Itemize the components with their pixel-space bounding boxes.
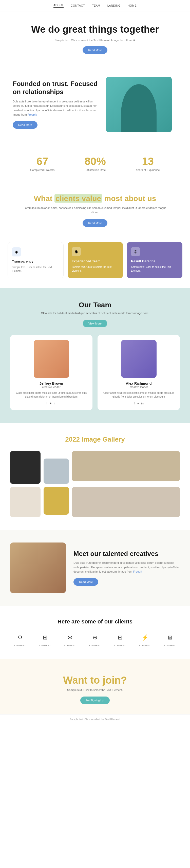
alex-instagram-icon[interactable]: in	[141, 402, 144, 405]
alex-name: Alex Richmond	[103, 381, 175, 385]
card-experienced: ◉ Experienced Team Sample text. Click to…	[67, 242, 123, 278]
gallery-grid	[10, 451, 180, 517]
logo-icon-1: Ω	[15, 632, 25, 643]
cards-row: ◈ Transparency Sample text. Click to sel…	[0, 237, 190, 288]
stat-num-completed: 67	[30, 155, 54, 167]
meet-creatives-heading: Meet our talented creatives	[74, 550, 180, 558]
founded-section: Founded on trust. Focused on relationshi…	[0, 64, 190, 145]
alex-social-icons: f ✦ in	[103, 402, 175, 405]
card-result-title: Result Garantie	[131, 259, 178, 263]
nav-team[interactable]: TEAM	[92, 4, 100, 7]
founded-image-block	[106, 76, 177, 132]
logo-item-4: ⊕ COMPANY	[89, 632, 101, 647]
gallery-item-2	[44, 459, 69, 484]
navigation: ABOUT CONTACT TEAM LANDING HOME	[0, 0, 190, 11]
alex-twitter-icon[interactable]: ✦	[137, 402, 139, 405]
card-transparency-body: Sample text. Click to select the Text El…	[12, 265, 59, 273]
footer-text: Sample text. Click to select the Text El…	[70, 718, 120, 721]
jeffrey-facebook-icon[interactable]: f	[46, 402, 47, 405]
logo-item-3: ⋈ COMPANY	[64, 632, 76, 647]
gallery-section: 2022 Image Gallery	[0, 423, 190, 530]
jeffrey-image	[34, 340, 69, 378]
meet-creatives-body: Duis aute irure dolor in reprehenderit i…	[74, 561, 180, 574]
meet-creatives-cta-button[interactable]: Read More	[74, 578, 98, 586]
team-card-jeffrey: Jeffrey Brown creative leader Glaer amet…	[10, 335, 92, 410]
logo-icon-3: ⋈	[65, 632, 75, 643]
card-transparency-title: Transparency	[12, 259, 59, 263]
card-result-body: Sample text. Click to select the Text El…	[131, 265, 178, 273]
gallery-item-4	[10, 487, 40, 517]
stat-satisfaction: 80% Satisfaction Rate	[85, 155, 106, 172]
stat-num-years: 13	[136, 155, 160, 167]
jeffrey-twitter-icon[interactable]: ✦	[49, 402, 52, 405]
nav-contact[interactable]: CONTACT	[71, 4, 85, 7]
jeffrey-instagram-icon[interactable]: in	[54, 402, 56, 405]
founded-cta-button[interactable]: Read More	[13, 121, 37, 129]
result-icon: ◎	[131, 247, 140, 256]
alex-role: creative leader	[103, 385, 175, 389]
meet-creatives-link[interactable]: Freepik	[133, 570, 142, 573]
founded-text-block: Founded on trust. Focused on relationshi…	[13, 80, 98, 129]
stat-num-satisfaction: 80%	[85, 155, 106, 167]
jeffrey-photo	[34, 340, 69, 378]
jeffrey-desc: Glaer amet nirsil libero molestie ante u…	[15, 391, 87, 399]
clients-logos-heading: Here are some of our clients	[10, 618, 180, 625]
logos-row: Ω COMPANY ⊞ COMPANY ⋈ COMPANY ⊕ COMPANY …	[10, 632, 180, 647]
team-cta-button[interactable]: View More	[83, 320, 107, 327]
clients-value-heading: What clients value most about us	[20, 194, 170, 203]
experienced-icon: ◉	[72, 247, 81, 256]
gallery-item-5	[44, 487, 69, 515]
founded-body: Duis aute irure dolor in reprehenderit i…	[13, 99, 98, 117]
hero-section: We do great things together Sample text.…	[0, 11, 190, 64]
meet-creatives-image	[10, 542, 66, 593]
team-cards-container: Jeffrey Brown creative leader Glaer amet…	[10, 335, 180, 410]
logo-item-1: Ω COMPANY	[15, 632, 26, 647]
logo-label-7: COMPANY	[164, 644, 175, 647]
clients-value-body: Lorem ipsum dolor sit amet, consectetur …	[20, 206, 170, 215]
gallery-item-1	[10, 451, 40, 484]
transparency-icon: ◈	[12, 247, 21, 256]
card-experienced-title: Experienced Team	[72, 259, 119, 263]
logo-icon-4: ⊕	[90, 632, 100, 643]
team-heading: Our Team	[10, 301, 180, 309]
logo-label-6: COMPANY	[139, 644, 151, 647]
alex-image	[121, 340, 157, 378]
logo-icon-2: ⊞	[40, 632, 50, 643]
gallery-heading: 2022 Image Gallery	[10, 436, 180, 443]
logo-icon-7: ⊠	[165, 632, 175, 643]
jeffrey-role: creative leader	[15, 385, 87, 389]
card-transparency: ◈ Transparency Sample text. Click to sel…	[8, 242, 63, 278]
nav-landing[interactable]: LANDING	[107, 4, 120, 7]
hero-subtext: Sample text. Click to select the Text El…	[20, 39, 170, 42]
join-subtext: Sample text. Click to select the Text El…	[20, 688, 170, 691]
alex-desc: Glaer amet nirsil libero molestie ante u…	[103, 391, 175, 399]
stat-years: 13 Years of Expirience	[136, 155, 160, 172]
logo-label-3: COMPANY	[64, 644, 76, 647]
logo-label-1: COMPANY	[15, 644, 26, 647]
gallery-item-6	[72, 487, 180, 517]
founded-image	[106, 76, 172, 132]
clients-logos-section: Here are some of our clients Ω COMPANY ⊞…	[0, 606, 190, 659]
stats-section: 67 Completed Projects 80% Satisfaction R…	[0, 145, 190, 182]
clients-value-cta-button[interactable]: Read More	[83, 219, 107, 227]
join-cta-button[interactable]: I'm Signing Up	[80, 696, 109, 704]
nav-home[interactable]: HOME	[128, 4, 137, 7]
nav-about[interactable]: ABOUT	[53, 4, 63, 8]
card-experienced-body: Sample text. Click to select the Text El…	[72, 265, 119, 273]
logo-item-6: ⚡ COMPANY	[139, 632, 151, 647]
founded-link[interactable]: Freepik	[28, 113, 37, 116]
logo-icon-5: ⊟	[115, 632, 125, 643]
hero-cta-button[interactable]: Read More	[83, 46, 107, 54]
stat-label-years: Years of Expirience	[136, 168, 160, 172]
founded-heading: Founded on trust. Focused on relationshi…	[13, 80, 98, 96]
logo-item-2: ⊞ COMPANY	[39, 632, 51, 647]
person-image	[106, 76, 172, 132]
logo-icon-6: ⚡	[140, 632, 150, 643]
jeffrey-name: Jeffrey Brown	[15, 381, 87, 385]
hero-heading: We do great things together	[20, 24, 170, 35]
logo-label-5: COMPANY	[114, 644, 126, 647]
team-subtext: Glaoinda for habitant morbi tristique se…	[10, 312, 180, 315]
stat-completed: 67 Completed Projects	[30, 155, 54, 172]
jeffrey-social-icons: f ✦ in	[15, 402, 87, 405]
alex-facebook-icon[interactable]: f	[134, 402, 135, 405]
